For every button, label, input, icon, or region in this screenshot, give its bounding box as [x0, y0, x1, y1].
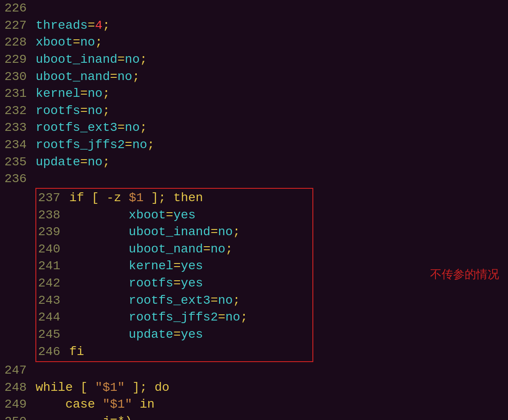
code-line-241: 241 kernel=yes [36, 258, 312, 275]
code-line-231: 231 kernel=no; [0, 85, 508, 103]
code-line-235: 235 update=no; [0, 154, 508, 171]
code-line-230: 230 uboot_nand=no; [0, 69, 508, 86]
code-line-233: 233 rootfs_ext3=no; [0, 119, 508, 137]
code-line-250: 250 -j=*) [0, 413, 508, 420]
code-line-234: 234 rootfs_jffs2=no; [0, 137, 508, 154]
highlight-section: 237 if [ -z $1 ]; then 238 xboot=yes 239… [0, 188, 508, 362]
code-line-236: 236 [0, 171, 508, 188]
code-line-244: 244 rootfs_jffs2=no; [36, 309, 312, 326]
code-line-238: 238 xboot=yes [36, 207, 312, 224]
code-line-237: 237 if [ -z $1 ]; then [36, 190, 312, 207]
code-line-247: 247 [0, 362, 508, 379]
line-numbers-col [0, 188, 35, 362]
code-line-228: 228 xboot=no; [0, 34, 508, 51]
code-editor: 226 227 threads=4; 228 xboot=no; 229 ubo… [0, 0, 508, 420]
code-line-248: 248 while [ "$1" ]; do [0, 379, 508, 397]
code-line-232: 232 rootfs=no; [0, 103, 508, 120]
code-line-242: 242 rootfs=yes [36, 275, 312, 292]
code-line-226: 226 [0, 0, 508, 17]
code-line-249: 249 case "$1" in [0, 396, 508, 413]
code-line-239: 239 uboot_inand=no; [36, 224, 312, 241]
highlight-box: 237 if [ -z $1 ]; then 238 xboot=yes 239… [35, 188, 313, 362]
annotation-label: 不传参的情况 [430, 267, 499, 284]
code-line-243: 243 rootfs_ext3=no; [36, 292, 312, 309]
code-line-227: 227 threads=4; [0, 17, 508, 34]
code-line-229: 229 uboot_inand=no; [0, 51, 508, 69]
highlight-wrapper: 237 if [ -z $1 ]; then 238 xboot=yes 239… [35, 188, 508, 362]
code-line-245: 245 update=yes [36, 326, 312, 344]
code-line-240: 240 uboot_nand=no; [36, 241, 312, 258]
code-line-246: 246 fi [36, 344, 312, 361]
